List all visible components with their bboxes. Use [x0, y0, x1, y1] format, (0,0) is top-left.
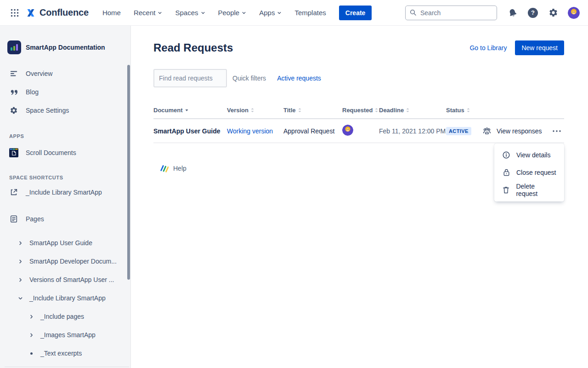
primary-nav: Home Recent Spaces People Apps Templates: [102, 9, 326, 17]
sort-icon: [298, 108, 302, 113]
chevron-down-icon: [201, 11, 205, 15]
nav-apps[interactable]: Apps: [259, 9, 282, 17]
requester-avatar[interactable]: [342, 125, 353, 136]
confluence-logo[interactable]: Confluence: [25, 7, 89, 18]
chevron-right-icon[interactable]: [17, 241, 24, 246]
tree-item-smartapp-developer-docs[interactable]: SmartApp Developer Docum...: [0, 252, 130, 270]
apps-section-label: APPS: [0, 133, 130, 139]
sidebar-shortcut-include-library[interactable]: _Include Library SmartApp: [0, 182, 130, 202]
menu-item-delete-request[interactable]: Delete request: [494, 181, 564, 199]
sidebar-bottom-divider: [5, 367, 129, 367]
new-request-button[interactable]: New request: [515, 40, 564, 55]
space-avatar-icon: [7, 40, 21, 54]
column-header-document[interactable]: Document: [153, 107, 227, 114]
more-actions-button[interactable]: [549, 126, 564, 137]
column-header-status[interactable]: Status: [446, 107, 482, 114]
chevron-down-icon: [158, 11, 162, 15]
view-responses-button[interactable]: View responses: [482, 126, 542, 136]
sidebar-item-overview[interactable]: Overview: [0, 64, 130, 83]
pages-icon: [9, 215, 18, 223]
search-input[interactable]: [405, 6, 497, 20]
active-requests-filter[interactable]: Active requests: [277, 75, 321, 82]
shortcuts-section-label: SPACE SHORTCUTS: [0, 175, 130, 180]
tree-item-versions-of-smartapp[interactable]: Versions of SmartApp User ...: [0, 270, 130, 289]
column-header-deadline[interactable]: Deadline: [379, 107, 446, 114]
find-read-requests-input[interactable]: [153, 69, 227, 87]
quick-filters-label: Quick filters: [232, 75, 266, 82]
sort-icon: [406, 108, 410, 113]
menu-item-view-details[interactable]: View details: [494, 146, 564, 164]
global-search: [405, 6, 497, 20]
tree-item-include-pages[interactable]: _Include pages: [0, 307, 130, 326]
nav-templates[interactable]: Templates: [294, 9, 326, 17]
table-header-row: Document Version Title Requested Deadlin…: [153, 107, 564, 119]
tree-item-images-smartapp[interactable]: _Images SmartApp: [0, 326, 130, 344]
info-icon: [502, 151, 511, 159]
row-version-link[interactable]: Working version: [227, 127, 273, 135]
settings-gear-icon[interactable]: [548, 7, 559, 18]
app-switcher-icon[interactable]: [8, 6, 21, 19]
status-badge: ACTIVE: [446, 127, 471, 135]
sort-icon: [466, 108, 470, 113]
search-icon: [409, 9, 417, 18]
column-header-requested[interactable]: Requested: [342, 107, 379, 114]
chevron-down-icon: [277, 11, 282, 15]
chevron-right-icon[interactable]: [17, 277, 24, 282]
scroll-brand-slashes-icon: [159, 164, 169, 172]
sidebar-item-space-settings[interactable]: Space Settings: [0, 101, 130, 120]
go-to-library-link[interactable]: Go to Library: [469, 44, 507, 52]
overview-icon: [9, 69, 18, 78]
space-nav: Overview Blog Space Settings: [0, 64, 130, 120]
scroll-documents-icon: [9, 147, 18, 159]
bullet-icon: [28, 352, 35, 355]
create-button[interactable]: Create: [339, 6, 372, 20]
space-sidebar: SmartApp Documentation Overview Blog: [0, 26, 131, 368]
read-requests-table: Document Version Title Requested Deadlin…: [153, 107, 564, 143]
row-title: Approval Request: [283, 127, 342, 135]
nav-home[interactable]: Home: [102, 9, 121, 17]
column-header-title[interactable]: Title: [283, 107, 342, 114]
sort-desc-icon: [185, 107, 189, 114]
column-header-version[interactable]: Version: [227, 107, 283, 114]
tree-item-include-library[interactable]: _Include Library SmartApp: [0, 289, 130, 307]
trash-icon: [502, 186, 510, 194]
chevron-down-icon[interactable]: [17, 296, 24, 301]
responses-group-icon: [482, 126, 492, 136]
confluence-logo-icon: [25, 7, 37, 18]
row-actions-dropdown-menu: View details Close request Delete reques…: [494, 144, 564, 201]
sidebar-scrollbar[interactable]: [127, 65, 130, 280]
brand-name: Confluence: [40, 7, 89, 18]
sidebar-item-scroll-documents[interactable]: Scroll Documents: [0, 143, 130, 163]
row-deadline: Feb 11, 2021 12:00 PM: [379, 127, 446, 135]
page-tree: SmartApp User Guide SmartApp Developer D…: [0, 234, 130, 362]
sort-icon: [250, 108, 254, 113]
top-navigation-bar: Confluence Home Recent Spaces People App…: [0, 0, 588, 26]
blog-quote-icon: [9, 88, 18, 96]
table-row: SmartApp User Guide Working version Appr…: [153, 119, 564, 143]
chevron-right-icon[interactable]: [28, 314, 35, 319]
notifications-icon[interactable]: [507, 7, 518, 18]
menu-item-close-request[interactable]: Close request: [494, 164, 564, 181]
chevron-right-icon[interactable]: [28, 333, 35, 338]
sort-icon: [374, 108, 379, 113]
topbar-icon-group: ?: [507, 7, 580, 19]
page-title: Read Requests: [153, 41, 233, 54]
row-document: SmartApp User Guide: [153, 127, 227, 135]
chevron-down-icon: [242, 11, 246, 15]
gear-icon: [9, 106, 18, 115]
user-avatar[interactable]: [568, 7, 580, 19]
sidebar-item-pages[interactable]: Pages: [0, 209, 130, 229]
chevron-right-icon[interactable]: [17, 259, 24, 264]
tree-item-smartapp-user-guide[interactable]: SmartApp User Guide: [0, 234, 130, 252]
tree-item-text-excerpts[interactable]: _Text excerpts: [0, 344, 130, 362]
sidebar-item-blog[interactable]: Blog: [0, 83, 130, 101]
lock-icon: [502, 168, 511, 177]
nav-recent[interactable]: Recent: [134, 9, 163, 17]
space-header[interactable]: SmartApp Documentation: [0, 26, 130, 57]
nav-spaces[interactable]: Spaces: [175, 9, 205, 17]
external-link-icon: [9, 188, 18, 196]
space-name: SmartApp Documentation: [26, 44, 105, 51]
help-icon[interactable]: ?: [527, 7, 538, 18]
nav-people[interactable]: People: [218, 9, 247, 17]
